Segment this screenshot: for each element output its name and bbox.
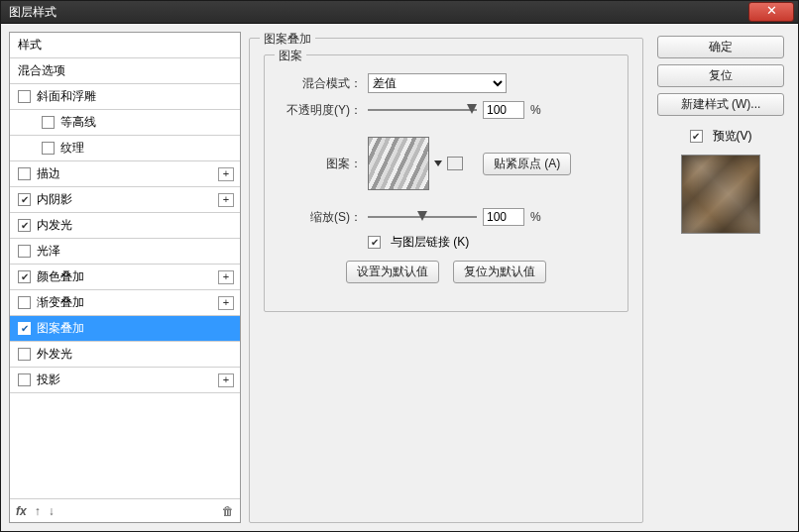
slider-thumb-icon[interactable] — [417, 211, 427, 221]
checkbox-icon[interactable] — [18, 167, 31, 180]
trash-icon[interactable]: 🗑 — [222, 504, 234, 518]
group-pattern-overlay: 图案叠加 图案 混合模式： 差值 不透明度(Y)： — [249, 38, 643, 523]
scale-unit: % — [530, 210, 541, 224]
row-blend-mode: 混合模式： 差值 — [279, 73, 614, 93]
ok-button[interactable]: 确定 — [657, 36, 784, 58]
sidebar-item-label: 内发光 — [37, 217, 72, 234]
sidebar-item-label: 描边 — [37, 165, 60, 182]
chevron-down-icon[interactable] — [434, 160, 442, 166]
blend-mode-select[interactable]: 差值 — [368, 73, 507, 93]
style-list: 样式 混合选项 斜面和浮雕 等高线 纹理 — [10, 33, 240, 498]
row-scale: 缩放(S)： % — [279, 208, 614, 226]
add-effect-button[interactable]: + — [218, 167, 234, 181]
opacity-label: 不透明度(Y)： — [279, 102, 362, 119]
new-style-button[interactable]: 新建样式 (W)... — [657, 93, 784, 116]
preview-swatch — [681, 155, 760, 234]
slider-thumb-icon[interactable] — [467, 104, 477, 114]
checkbox-icon[interactable] — [18, 193, 31, 206]
sidebar-footer: fx ↑ ↓ 🗑 — [10, 498, 240, 522]
sidebar-header-styles-label: 样式 — [18, 37, 42, 53]
sidebar-item-label: 渐变叠加 — [37, 294, 84, 311]
snap-origin-button[interactable]: 贴紧原点 (A) — [483, 153, 571, 175]
sidebar-item-bevel[interactable]: 斜面和浮雕 — [10, 84, 240, 110]
sidebar-item-label: 投影 — [37, 372, 60, 388]
sidebar-item-label: 内阴影 — [37, 191, 72, 208]
cancel-button[interactable]: 复位 — [657, 64, 784, 87]
row-opacity: 不透明度(Y)： % — [279, 101, 614, 119]
checkbox-icon[interactable] — [18, 296, 31, 309]
add-effect-button[interactable]: + — [218, 296, 234, 310]
add-effect-button[interactable]: + — [218, 270, 234, 284]
sidebar-item-gradient-overlay[interactable]: 渐变叠加 + — [10, 290, 240, 316]
sidebar-header-styles[interactable]: 样式 — [10, 33, 240, 58]
sidebar-item-label: 斜面和浮雕 — [37, 88, 96, 105]
reset-default-button[interactable]: 复位为默认值 — [453, 261, 546, 283]
checkbox-icon[interactable] — [18, 245, 31, 258]
settings-panel: 图案叠加 图案 混合模式： 差值 不透明度(Y)： — [249, 32, 643, 523]
opacity-input[interactable] — [483, 101, 524, 119]
link-label: 与图层链接 (K) — [391, 234, 469, 251]
scale-label: 缩放(S)： — [279, 209, 362, 226]
close-button[interactable]: ✕ — [748, 2, 794, 22]
checkbox-icon[interactable] — [18, 322, 31, 335]
styles-sidebar: 样式 混合选项 斜面和浮雕 等高线 纹理 — [9, 32, 241, 523]
set-default-button[interactable]: 设置为默认值 — [346, 261, 439, 283]
dialog-body: 样式 混合选项 斜面和浮雕 等高线 纹理 — [1, 24, 798, 531]
scale-slider[interactable] — [368, 208, 477, 226]
link-with-layer-checkbox[interactable]: 与图层链接 (K) — [368, 234, 469, 251]
sidebar-item-outer-glow[interactable]: 外发光 — [10, 342, 240, 368]
blend-mode-label: 混合模式： — [279, 75, 362, 92]
fx-icon[interactable]: fx — [16, 504, 27, 518]
action-panel: 确定 复位 新建样式 (W)... 预览(V) — [651, 32, 790, 523]
move-up-icon[interactable]: ↑ — [35, 504, 41, 518]
move-down-icon[interactable]: ↓ — [49, 504, 55, 518]
sidebar-item-label: 外发光 — [37, 346, 72, 363]
checkbox-icon[interactable] — [690, 130, 703, 143]
sidebar-header-blending[interactable]: 混合选项 — [10, 58, 240, 84]
new-preset-icon[interactable] — [447, 157, 463, 170]
checkbox-icon[interactable] — [42, 142, 55, 155]
checkbox-icon[interactable] — [42, 116, 55, 129]
sidebar-item-pattern-overlay[interactable]: 图案叠加 — [10, 316, 240, 342]
checkbox-icon[interactable] — [18, 373, 31, 386]
sidebar-item-color-overlay[interactable]: 颜色叠加 + — [10, 265, 240, 290]
checkbox-icon[interactable] — [368, 236, 381, 249]
group-pattern: 图案 混合模式： 差值 不透明度(Y)： — [264, 54, 628, 312]
inner-group-title: 图案 — [275, 48, 306, 64]
titlebar: 图层样式 ✕ — [1, 1, 798, 24]
sidebar-subitem-contour[interactable]: 等高线 — [10, 110, 240, 136]
opacity-unit: % — [530, 103, 541, 117]
opacity-slider[interactable] — [368, 101, 477, 119]
sidebar-item-stroke[interactable]: 描边 + — [10, 161, 240, 187]
window-title: 图层样式 — [1, 4, 57, 21]
sidebar-item-label: 图案叠加 — [37, 320, 84, 337]
checkbox-icon[interactable] — [18, 348, 31, 361]
sidebar-item-label: 颜色叠加 — [37, 268, 84, 285]
pattern-swatch[interactable] — [368, 137, 429, 190]
preview-label: 预览(V) — [713, 128, 752, 145]
row-default-buttons: 设置为默认值 复位为默认值 — [279, 261, 614, 283]
sidebar-item-label: 等高线 — [60, 114, 96, 131]
sidebar-item-label: 光泽 — [37, 243, 60, 260]
sidebar-subitem-texture[interactable]: 纹理 — [10, 136, 240, 161]
row-pattern: 图案： 贴紧原点 (A) — [279, 137, 614, 190]
group-title: 图案叠加 — [260, 31, 315, 48]
preview-checkbox[interactable]: 预览(V) — [690, 128, 752, 145]
sidebar-item-drop-shadow[interactable]: 投影 + — [10, 368, 240, 393]
checkbox-icon[interactable] — [18, 219, 31, 232]
pattern-label: 图案： — [279, 156, 362, 172]
add-effect-button[interactable]: + — [218, 193, 234, 207]
scale-input[interactable] — [483, 208, 524, 226]
checkbox-icon[interactable] — [18, 90, 31, 103]
row-link: 与图层链接 (K) — [279, 234, 614, 251]
sidebar-item-inner-shadow[interactable]: 内阴影 + — [10, 187, 240, 213]
sidebar-item-satin[interactable]: 光泽 — [10, 239, 240, 265]
sidebar-item-inner-glow[interactable]: 内发光 — [10, 213, 240, 239]
sidebar-item-label: 纹理 — [60, 140, 84, 157]
sidebar-header-blending-label: 混合选项 — [18, 62, 65, 79]
layer-style-dialog: 图层样式 ✕ 样式 混合选项 斜面和浮雕 等高线 — [0, 0, 799, 532]
add-effect-button[interactable]: + — [218, 373, 234, 387]
checkbox-icon[interactable] — [18, 270, 31, 283]
